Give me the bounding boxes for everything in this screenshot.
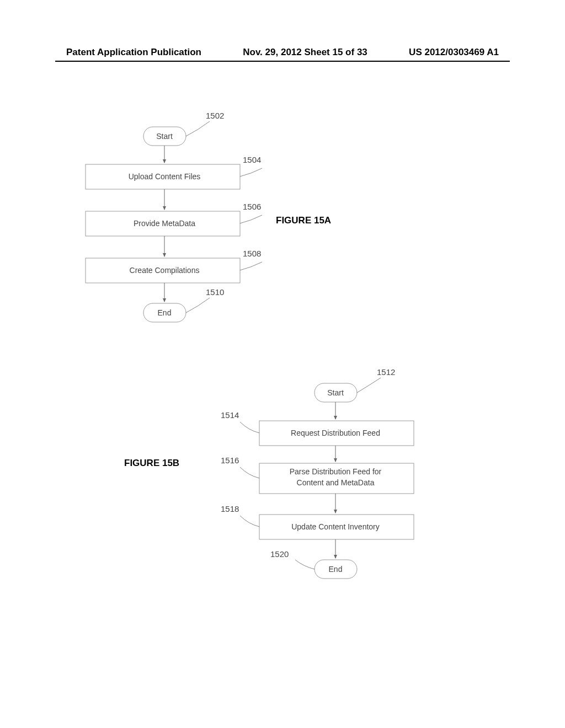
- parse-label-line1: Parse Distribution Feed for: [290, 467, 382, 476]
- header-publication: Patent Application Publication: [66, 47, 201, 58]
- ref-1506: 1506: [243, 202, 261, 211]
- leader-1514: [240, 422, 259, 433]
- end-label-a: End: [158, 308, 172, 317]
- leader-1508: [240, 262, 262, 270]
- leader-1506: [240, 215, 262, 223]
- figure-15b: Start 1512 Request Distribution Feed 151…: [124, 367, 414, 579]
- ref-1520: 1520: [270, 549, 289, 559]
- leader-1504: [240, 168, 262, 176]
- leader-1516: [240, 467, 259, 478]
- figure-15a: Start 1502 Upload Content Files 1504 Pro…: [86, 111, 331, 322]
- header-patent-number: US 2012/0303469 A1: [409, 47, 499, 58]
- ref-1508: 1508: [243, 249, 261, 258]
- leader-1512: [357, 378, 381, 393]
- end-label-b: End: [329, 565, 343, 574]
- ref-1504: 1504: [243, 155, 261, 164]
- header-date-sheet: Nov. 29, 2012 Sheet 15 of 33: [243, 47, 367, 58]
- metadata-label: Provide MetaData: [134, 219, 195, 228]
- header-divider: [55, 61, 510, 62]
- ref-1502: 1502: [206, 111, 224, 120]
- figure-15a-label: FIGURE 15A: [276, 215, 331, 226]
- request-label: Request Distribution Feed: [291, 429, 380, 437]
- page-header: Patent Application Publication Nov. 29, …: [0, 47, 565, 58]
- ref-1518: 1518: [221, 504, 239, 513]
- ref-1514: 1514: [221, 410, 239, 420]
- diagram-container: Start 1502 Upload Content Files 1504 Pro…: [0, 77, 565, 686]
- flowchart-svg: Start 1502 Upload Content Files 1504 Pro…: [0, 77, 565, 684]
- ref-1512: 1512: [377, 367, 395, 377]
- figure-15b-label: FIGURE 15B: [124, 458, 179, 468]
- leader-1510: [186, 298, 210, 313]
- parse-label-line2: Content and MetaData: [297, 478, 375, 487]
- ref-1510: 1510: [206, 287, 224, 297]
- compilations-label: Create Compilations: [130, 266, 200, 275]
- start-label-b: Start: [327, 388, 344, 397]
- start-label-a: Start: [156, 132, 173, 141]
- update-label: Update Content Inventory: [291, 522, 380, 531]
- ref-1516: 1516: [221, 456, 239, 465]
- upload-label: Upload Content Files: [129, 172, 201, 181]
- leader-1502: [186, 121, 210, 136]
- leader-1518: [240, 516, 259, 527]
- leader-1520: [295, 560, 315, 569]
